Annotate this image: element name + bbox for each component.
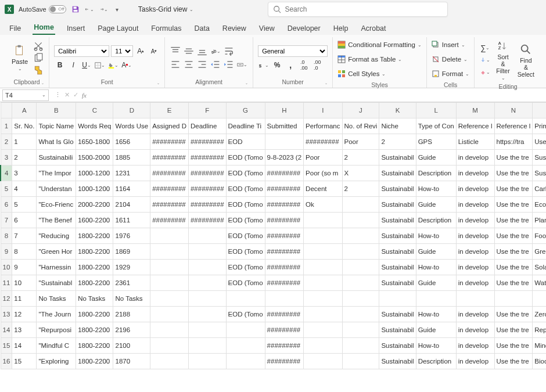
cell[interactable]: 2000-2200: [76, 197, 113, 213]
cancel-formula-icon[interactable]: ✕: [64, 91, 70, 99]
cell[interactable]: 1976: [113, 228, 150, 244]
cell[interactable]: #########: [265, 213, 303, 228]
cell[interactable]: Use the tre: [494, 307, 533, 322]
cell[interactable]: [342, 291, 379, 307]
comma-format-icon[interactable]: ,: [285, 60, 296, 70]
cell[interactable]: 1870: [113, 354, 150, 369]
cell[interactable]: How-to: [416, 260, 456, 275]
cell[interactable]: Solar energ: [533, 260, 546, 275]
cell[interactable]: [342, 338, 379, 354]
cell[interactable]: Use the tre: [494, 338, 533, 354]
cell[interactable]: Sustainabil: [379, 166, 416, 181]
cell[interactable]: Mindful co: [533, 338, 546, 354]
cell[interactable]: 6: [12, 213, 37, 228]
decrease-font-icon[interactable]: A▾: [148, 46, 160, 56]
cell[interactable]: [150, 244, 189, 260]
font-name-select[interactable]: Calibri: [54, 45, 109, 57]
cell[interactable]: [304, 213, 342, 228]
col-header-N[interactable]: N: [494, 103, 533, 118]
cell[interactable]: 9: [12, 260, 37, 275]
cell[interactable]: Sustainabil: [379, 275, 416, 291]
accounting-format-icon[interactable]: $⌄: [258, 60, 270, 70]
cell[interactable]: Reference l: [456, 118, 494, 134]
cell[interactable]: 2188: [113, 307, 150, 322]
align-center-icon[interactable]: [183, 59, 195, 70]
cell[interactable]: [304, 291, 342, 307]
row-header[interactable]: 10: [1, 260, 12, 275]
cell[interactable]: Poor: [342, 134, 379, 150]
cell[interactable]: 13: [12, 322, 37, 338]
row-header[interactable]: 13: [1, 307, 12, 322]
cell[interactable]: Eco-friendl: [533, 197, 546, 213]
cell[interactable]: in develop: [456, 275, 494, 291]
cell-styles-button[interactable]: Cell Styles⌄: [337, 67, 422, 80]
cell[interactable]: #########: [188, 150, 226, 166]
cell[interactable]: [188, 244, 226, 260]
cell[interactable]: 1656: [113, 134, 150, 150]
align-middle-icon[interactable]: [183, 46, 195, 56]
cell[interactable]: Sr. No.: [12, 118, 37, 134]
cell[interactable]: [456, 291, 494, 307]
cell[interactable]: [150, 322, 189, 338]
cell[interactable]: "Green Hor: [37, 244, 76, 260]
cell[interactable]: 15: [12, 354, 37, 369]
col-header-E[interactable]: E: [150, 103, 189, 118]
cell[interactable]: Use the tre: [494, 181, 533, 197]
cell[interactable]: [150, 338, 189, 354]
conditional-formatting-button[interactable]: Conditional Formatting⌄: [337, 38, 422, 51]
cell[interactable]: Use the treillage: [533, 134, 546, 150]
spreadsheet-grid[interactable]: ABCDEFGHIJKLMNOP 1Sr. No.Topic NameWords…: [0, 102, 546, 369]
cell[interactable]: Guide: [416, 275, 456, 291]
align-left-icon[interactable]: [170, 59, 181, 70]
cell[interactable]: [188, 307, 226, 322]
cell[interactable]: No Tasks: [76, 291, 113, 307]
tab-acrobat[interactable]: Acrobat: [360, 22, 387, 35]
qat-customize-icon[interactable]: ▾: [113, 5, 122, 14]
cell[interactable]: "The Benef: [37, 213, 76, 228]
cell[interactable]: 8: [12, 244, 37, 260]
cell[interactable]: 2196: [113, 322, 150, 338]
cell[interactable]: Plant-based: [533, 213, 546, 228]
row-header[interactable]: 12: [1, 291, 12, 307]
cell[interactable]: [150, 228, 189, 244]
cell[interactable]: Use the tre: [494, 260, 533, 275]
cell[interactable]: #########: [265, 260, 303, 275]
tab-formulas[interactable]: Formulas: [150, 22, 182, 35]
cell[interactable]: Sustainabil: [379, 228, 416, 244]
cell[interactable]: Sustainabil: [379, 322, 416, 338]
cell[interactable]: Sustainabil: [379, 260, 416, 275]
cell[interactable]: [188, 322, 226, 338]
cell[interactable]: in develop: [456, 322, 494, 338]
cell[interactable]: #########: [265, 181, 303, 197]
tab-insert[interactable]: Insert: [66, 22, 86, 35]
cell[interactable]: Sustainabil: [379, 338, 416, 354]
cell[interactable]: "Sustainabl: [37, 275, 76, 291]
cell[interactable]: 1800-2200: [76, 307, 113, 322]
col-header-A[interactable]: A: [12, 103, 37, 118]
cell[interactable]: EOD (Tomo: [226, 213, 265, 228]
cell[interactable]: [304, 338, 342, 354]
cell[interactable]: How-to: [416, 181, 456, 197]
cell[interactable]: [188, 291, 226, 307]
cell[interactable]: Use the tre: [494, 354, 533, 369]
cell[interactable]: in develop: [456, 197, 494, 213]
cell[interactable]: EOD: [226, 134, 265, 150]
cell[interactable]: Deadline Ti: [226, 118, 265, 134]
row-header[interactable]: 7: [1, 213, 12, 228]
cell[interactable]: [342, 275, 379, 291]
cell[interactable]: 1800-2200: [76, 228, 113, 244]
cell[interactable]: 1611: [113, 213, 150, 228]
undo-icon[interactable]: ⌄: [85, 5, 94, 14]
cell[interactable]: [150, 307, 189, 322]
cell[interactable]: [150, 291, 189, 307]
cell[interactable]: Words Req: [76, 118, 113, 134]
cell[interactable]: [342, 228, 379, 244]
cell[interactable]: [226, 322, 265, 338]
cell[interactable]: "The Impor: [37, 166, 76, 181]
col-header-H[interactable]: H: [265, 103, 303, 118]
align-bottom-icon[interactable]: [196, 46, 208, 56]
cell[interactable]: 1000-1200: [76, 181, 113, 197]
cell[interactable]: Sustainabil: [379, 197, 416, 213]
cell[interactable]: #########: [188, 166, 226, 181]
col-header-J[interactable]: J: [342, 103, 379, 118]
